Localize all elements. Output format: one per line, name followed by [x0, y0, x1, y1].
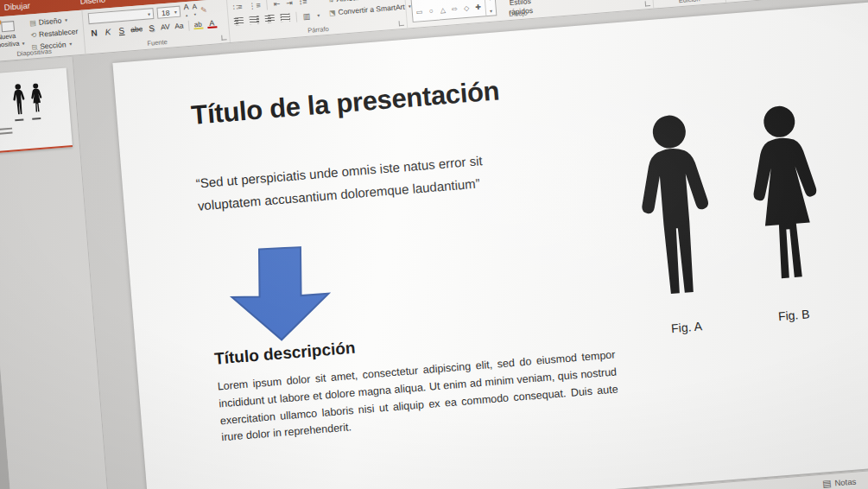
chevron-down-icon: ▼	[174, 9, 178, 14]
increase-indent-icon[interactable]: ⇥	[286, 0, 293, 7]
slide-canvas[interactable]: Título de la presentación “Sed ut perspi…	[112, 0, 868, 489]
down-arrow-shape[interactable]	[224, 246, 337, 344]
align-right-icon[interactable]	[265, 15, 276, 23]
dialog-launcher-icon[interactable]	[221, 35, 226, 40]
thumb-text-line	[0, 132, 13, 138]
smartart-icon: ⬔	[329, 9, 336, 17]
clear-formatting-icon[interactable]: ✎	[200, 5, 207, 15]
divider	[266, 0, 268, 10]
text-highlight-button[interactable]: ab	[193, 20, 203, 29]
dialog-launcher-icon[interactable]	[399, 21, 404, 26]
decrease-indent-icon[interactable]: ⇤	[273, 0, 280, 8]
notes-icon: ▤	[822, 478, 832, 489]
align-left-icon[interactable]	[234, 17, 244, 26]
character-spacing-button[interactable]: AV	[160, 22, 170, 34]
tab-diseno[interactable]: Diseño	[79, 0, 105, 5]
powerpoint-window: Dibujar Diseño ✦ Nueva diapositiva ▼	[0, 0, 868, 489]
chevron-down-icon: ▼	[21, 41, 25, 46]
slide-title[interactable]: Título de la presentación	[190, 75, 500, 131]
female-figure-icon[interactable]	[737, 102, 833, 286]
bullets-icon[interactable]: ∷≡	[232, 2, 243, 11]
chevron-down-icon: ▼	[147, 11, 151, 16]
font-size-combo[interactable]: 18▼	[156, 6, 181, 19]
underline-button[interactable]: S	[117, 25, 127, 37]
notes-button[interactable]: ▤ Notas	[822, 476, 857, 489]
columns-icon[interactable]: ▥	[302, 11, 310, 21]
screenshot-frame: Dibujar Diseño ✦ Nueva diapositiva ▼	[0, 0, 868, 489]
text-shadow-button[interactable]: S	[147, 22, 157, 35]
strikethrough-button[interactable]: abc	[130, 23, 143, 35]
thumb-male-figure-icon	[10, 83, 28, 115]
thumb-fig-label	[32, 117, 41, 120]
male-figure-icon[interactable]	[624, 111, 725, 300]
layout-icon: ▤	[29, 19, 36, 28]
chevron-down-icon: ▼	[316, 12, 320, 17]
thumb-female-figure-icon	[29, 83, 45, 113]
ribbon-group-slides: ✦ Nueva diapositiva ▼ ▤ Diseño▼ ⟲ Restab…	[0, 10, 86, 62]
change-case-button[interactable]: Aa	[174, 20, 184, 32]
chevron-down-icon: ▼	[64, 17, 68, 22]
dialog-launcher-icon[interactable]	[645, 1, 650, 6]
numbering-icon[interactable]: ⋮≡	[248, 1, 261, 10]
grow-font-button[interactable]: A▲	[183, 3, 189, 18]
thumb-fig-label	[15, 119, 23, 122]
slide-quote[interactable]: “Sed ut perspiciatis unde omnis iste nat…	[195, 149, 496, 217]
bold-button[interactable]: N	[89, 27, 99, 39]
tab-dibujar[interactable]: Dibujar	[3, 0, 30, 11]
slide-thumbnail[interactable]	[0, 67, 73, 157]
new-slide-icon: ✦	[0, 18, 15, 33]
italic-button[interactable]: K	[103, 26, 113, 38]
shrink-font-button[interactable]: A▼	[192, 3, 198, 18]
divider	[295, 11, 297, 22]
justify-icon[interactable]	[280, 13, 290, 22]
divider	[187, 20, 189, 30]
figure-b-label: Fig. B	[759, 306, 829, 325]
align-text-icon: ⇅	[327, 0, 333, 3]
figure-a-label: Fig. A	[652, 318, 722, 337]
align-center-icon[interactable]	[250, 16, 260, 24]
font-color-button[interactable]: A	[206, 19, 217, 29]
line-spacing-icon[interactable]: ↕≡	[298, 0, 307, 6]
reset-icon: ⟲	[30, 31, 36, 40]
